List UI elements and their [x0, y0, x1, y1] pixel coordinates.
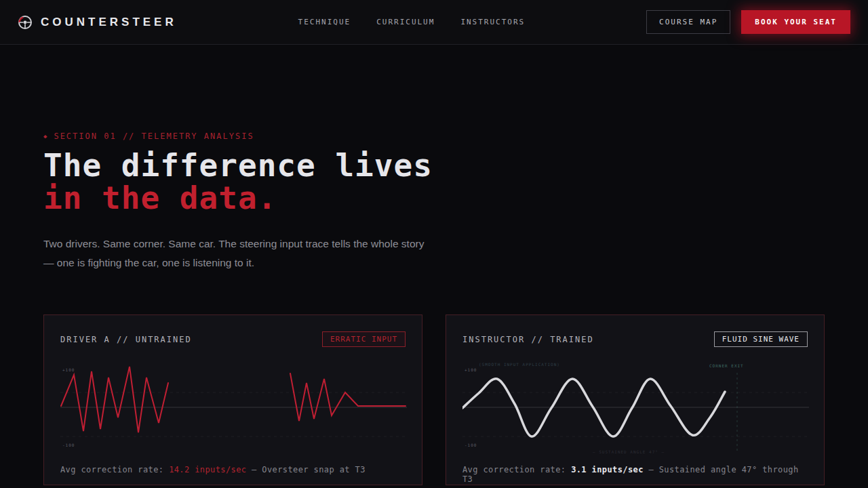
top-nav-bar: COUNTERSTEER TECHNIQUE CURRICULUM INSTRU…	[0, 0, 868, 45]
stat-value: 14.2 inputs/sec	[169, 465, 246, 474]
logo[interactable]: COUNTERSTEER	[18, 15, 177, 30]
instructor-stats: Avg correction rate: 3.1 inputs/sec — Su…	[462, 465, 808, 484]
stat-value: 3.1 inputs/sec	[571, 465, 644, 474]
nav-link-instructors[interactable]: INSTRUCTORS	[460, 18, 525, 26]
nav-actions: COURSE MAP BOOK YOUR SEAT	[646, 10, 850, 34]
instructor-card-header: INSTRUCTOR // TRAINED FLUID SINE WAVE	[462, 331, 808, 347]
driver-a-card-title: DRIVER A // UNTRAINED	[60, 335, 192, 344]
nav-links: TECHNIQUE CURRICULUM INSTRUCTORS	[298, 18, 526, 26]
instructor-card-title: INSTRUCTOR // TRAINED	[462, 335, 594, 344]
page-title: The difference lives in the data.	[43, 149, 825, 214]
steering-wheel-icon	[18, 15, 33, 30]
stat-prefix: Avg correction rate:	[462, 465, 571, 474]
diamond-bullet-icon: ◆	[43, 133, 48, 140]
driver-a-card-header: DRIVER A // UNTRAINED ERRATIC INPUT	[60, 331, 406, 347]
page-title-line1: The difference lives	[43, 149, 825, 182]
stat-suffix: — Oversteer snap at T3	[247, 465, 366, 474]
section-label-text: SECTION 01 // TELEMETRY ANALYSIS	[54, 131, 254, 141]
status-badge-erratic-input: ERRATIC INPUT	[322, 331, 406, 347]
page-title-line2: in the data.	[43, 182, 825, 214]
hero-section: ◆ SECTION 01 // TELEMETRY ANALYSIS The d…	[0, 45, 868, 272]
instructor-card: INSTRUCTOR // TRAINED FLUID SINE WAVE +1…	[446, 314, 825, 485]
nav-link-technique[interactable]: TECHNIQUE	[298, 18, 351, 26]
nav-link-curriculum[interactable]: CURRICULUM	[376, 18, 435, 26]
logo-text: COUNTERSTEER	[41, 16, 177, 29]
hero-description: Two drivers. Same corner. Same car. The …	[43, 235, 433, 272]
book-your-seat-button[interactable]: BOOK YOUR SEAT	[741, 10, 850, 34]
course-map-button[interactable]: COURSE MAP	[646, 10, 730, 34]
driver-a-stats: Avg correction rate: 14.2 inputs/sec — O…	[60, 465, 406, 474]
instructor-chart: +100 -100 (SMOOTH INPUT APPLICATION) COR…	[462, 363, 809, 453]
driver-a-chart: +100 -100	[60, 363, 407, 453]
status-badge-fluid-sine-wave: FLUID SINE WAVE	[714, 331, 808, 347]
stat-prefix: Avg correction rate:	[60, 465, 169, 474]
section-label: ◆ SECTION 01 // TELEMETRY ANALYSIS	[43, 131, 825, 141]
driver-a-card: DRIVER A // UNTRAINED ERRATIC INPUT +100…	[43, 314, 422, 485]
telemetry-cards-row: DRIVER A // UNTRAINED ERRATIC INPUT +100…	[0, 272, 868, 485]
